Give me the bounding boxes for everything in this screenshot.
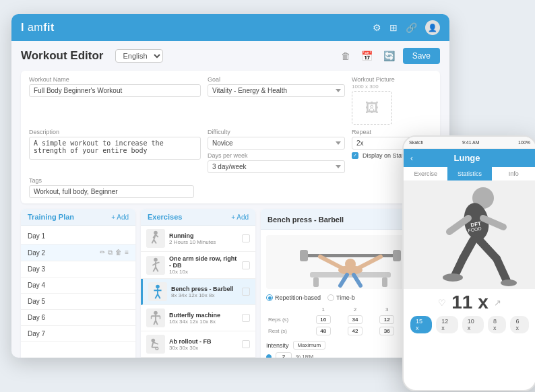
day-2-actions: ✏ ⧉ 🗑 ≡: [100, 249, 129, 257]
rest-input-2[interactable]: [348, 327, 363, 335]
exercise-info: Ab rollout - FB 30x 30x 30x: [169, 338, 238, 351]
goal-select[interactable]: Vitality - Energy & Health: [208, 84, 345, 97]
bench-press-figure-icon: [149, 283, 166, 300]
phone-set-pill-active[interactable]: 15 x: [410, 316, 432, 333]
phone-back-button[interactable]: ‹: [410, 154, 413, 163]
svg-line-23: [156, 321, 158, 325]
exercises-title: Exercises: [148, 213, 182, 221]
phone-count: 11 x: [451, 292, 489, 313]
rest-1: [307, 325, 339, 337]
exercises-header: Exercises + Add: [141, 209, 255, 226]
svg-rect-37: [313, 277, 319, 287]
exercise-item[interactable]: One arm side row, right - DB 10x 10x: [141, 252, 255, 279]
svg-point-6: [154, 257, 158, 261]
training-plan-add-button[interactable]: + Add: [111, 214, 129, 221]
phone-tab-statistics[interactable]: Statistics: [447, 167, 491, 181]
exercise-checkbox[interactable]: [242, 340, 250, 348]
training-panel: Training Plan + Add Day 1 Day 2 ✏ ⧉: [21, 209, 135, 358]
side-row-figure-icon: [147, 257, 164, 274]
rest-input-3[interactable]: [379, 327, 394, 335]
phone-tabs: Exercise Statistics Info: [404, 167, 535, 181]
time-radio[interactable]: Time-b: [327, 294, 355, 301]
calendar-icon[interactable]: 📅: [358, 49, 375, 63]
svg-rect-39: [303, 254, 398, 257]
save-button[interactable]: Save: [403, 48, 440, 64]
exercise-checkbox[interactable]: [242, 314, 250, 322]
phone-set-pill[interactable]: 12 x: [436, 316, 458, 333]
refresh-icon[interactable]: 🔄: [381, 49, 398, 63]
avatar[interactable]: 👤: [425, 20, 440, 35]
header-actions: 🗑 📅 🔄 Save: [338, 48, 440, 64]
link-icon[interactable]: 🔗: [406, 22, 417, 33]
svg-line-16: [158, 294, 160, 299]
exercise-item[interactable]: Butterfly machine 16x 34x 12x 10x 8x: [141, 305, 255, 331]
copy-icon[interactable]: ⧉: [108, 249, 113, 257]
workout-picture-box[interactable]: 🖼: [352, 91, 392, 125]
svg-point-0: [154, 231, 158, 235]
grid-icon[interactable]: ⊞: [389, 22, 398, 33]
repetition-radio[interactable]: Repetition-based: [266, 294, 321, 301]
drag-icon[interactable]: ≡: [125, 249, 129, 257]
reps-input-1[interactable]: [316, 315, 331, 324]
day-item[interactable]: Day 4: [21, 277, 135, 294]
phone-time: 9:41 AM: [462, 140, 480, 145]
lunge-3d-figure-icon: DFT FOOD: [409, 181, 530, 289]
exercises-add-button[interactable]: + Add: [231, 214, 249, 221]
day-item[interactable]: Day 5: [21, 294, 135, 310]
phone-tab-exercise[interactable]: Exercise: [404, 167, 447, 181]
exercise-info: Bench press - Barbell 8x 34x 12x 10x 8x: [171, 286, 238, 298]
svg-line-8: [153, 267, 156, 271]
exercise-checkbox[interactable]: [242, 261, 250, 269]
exercise-thumbnail: [148, 282, 167, 301]
exercise-name: One arm side row, right - DB: [169, 255, 238, 269]
header-row: Workout Editor English 🗑 📅 🔄 Save: [21, 48, 440, 64]
svg-rect-40: [300, 250, 308, 261]
butterfly-figure-icon: [147, 309, 164, 327]
delete-icon[interactable]: 🗑: [338, 49, 353, 63]
day-item[interactable]: Day 3: [21, 261, 135, 277]
trash-icon[interactable]: 🗑: [115, 249, 122, 257]
svg-line-45: [357, 257, 381, 269]
rest-2: [339, 325, 371, 337]
display-on-station-checkbox[interactable]: [352, 152, 358, 159]
reps-input-2[interactable]: [348, 315, 363, 324]
exercise-thumbnail: [146, 256, 165, 275]
language-select[interactable]: English: [115, 49, 163, 63]
col-2: 2: [339, 305, 371, 314]
day-item[interactable]: Day 1: [21, 228, 135, 244]
content-area: Workout Editor English 🗑 📅 🔄 Save: [11, 41, 449, 358]
day-item[interactable]: Day 7: [21, 326, 135, 342]
difficulty-select[interactable]: Novice: [208, 137, 345, 150]
exercise-item-selected[interactable]: Bench press - Barbell 8x 34x 12x 10x 8x: [141, 279, 255, 305]
description-input[interactable]: A simple workout to increase the strengt…: [29, 137, 201, 160]
exercise-item[interactable]: Ab rollout - FB 30x 30x 30x: [141, 331, 255, 358]
phone-set-pill[interactable]: 10 x: [462, 316, 484, 333]
day-item[interactable]: Day 6: [21, 310, 135, 326]
exercise-item[interactable]: Running 2 Hours 10 Minutes: [141, 226, 255, 252]
exercise-thumbnail: [146, 229, 165, 248]
percent-input[interactable]: [276, 352, 292, 358]
reps-2: [339, 314, 371, 325]
exercise-list: Running 2 Hours 10 Minutes: [141, 226, 255, 358]
day-item-active[interactable]: Day 2 ✏ ⧉ 🗑 ≡: [21, 244, 135, 261]
tags-input[interactable]: [29, 185, 194, 198]
exercise-info: Running 2 Hours 10 Minutes: [169, 232, 238, 245]
reps-input-3[interactable]: [379, 315, 394, 324]
phone-count-row: ♡ 11 x ↗: [404, 289, 535, 316]
phone-header: ‹ Lunge: [404, 149, 535, 167]
exercise-checkbox[interactable]: [242, 288, 250, 296]
days-per-week-select[interactable]: 3 day/week: [208, 160, 345, 173]
exercises-panel: Exercises + Add: [141, 209, 255, 358]
rest-input-1[interactable]: [316, 327, 331, 335]
nav-icons: ⚙ ⊞ 🔗 👤: [373, 20, 440, 35]
phone-set-pill[interactable]: 8 x: [488, 316, 507, 333]
settings-icon[interactable]: ⚙: [373, 22, 381, 33]
percent-radio[interactable]: [266, 354, 272, 358]
workout-name-input[interactable]: [29, 84, 201, 97]
workout-name-col: Workout Name: [29, 76, 201, 97]
exercise-checkbox[interactable]: [242, 234, 250, 242]
maximum-button[interactable]: Maximum: [293, 341, 326, 350]
phone-set-pill[interactable]: 6 x: [510, 316, 529, 333]
edit-icon[interactable]: ✏: [100, 249, 105, 257]
phone-tab-info[interactable]: Info: [492, 167, 535, 181]
